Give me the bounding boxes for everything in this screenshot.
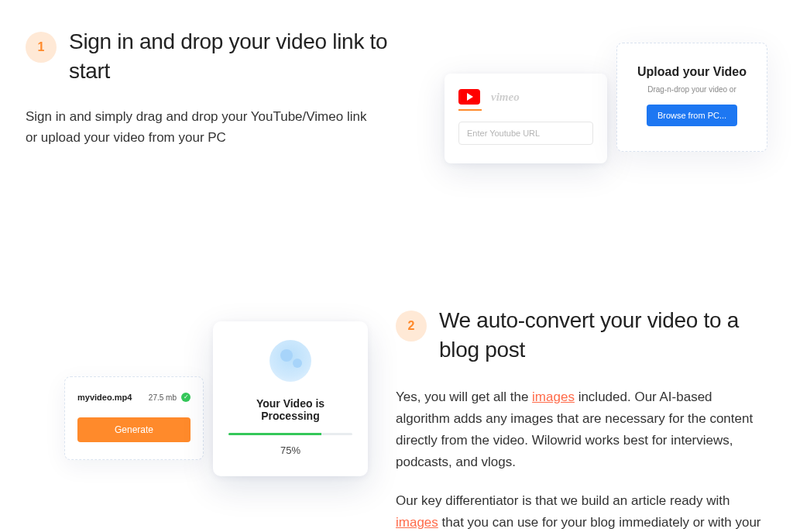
- step-1-number-badge: 1: [26, 32, 57, 63]
- step-2-title: We auto-convert your video to a blog pos…: [439, 306, 767, 365]
- upload-card-title: Upload your Video: [630, 65, 754, 79]
- video-url-card: vimeo: [445, 74, 607, 163]
- images-link-2[interactable]: images: [396, 515, 438, 530]
- text-span: Our key differentiator is that we build …: [396, 493, 730, 508]
- processing-card: Your Video is Processing 75%: [213, 321, 368, 476]
- step-1-section: 1 Sign in and drop your video link to st…: [26, 27, 767, 148]
- uploaded-file-card: myvideo.mp4 27.5 mb ✓ Generate: [64, 376, 204, 460]
- generate-button[interactable]: Generate: [77, 417, 191, 442]
- upload-success-icon: ✓: [181, 393, 191, 402]
- text-span: that you can use for your blog immediate…: [396, 515, 761, 532]
- step-1-cards: vimeo Upload your Video Drag-n-drop your…: [445, 43, 767, 163]
- file-name: myvideo.mp4: [77, 393, 132, 402]
- upload-video-card[interactable]: Upload your Video Drag-n-drop your video…: [616, 43, 767, 152]
- step-2-paragraph-1: Yes, you will get all the images include…: [396, 386, 767, 473]
- images-link-1[interactable]: images: [532, 390, 575, 404]
- browse-from-pc-button[interactable]: Browse from PC...: [647, 105, 737, 126]
- video-source-tabs: vimeo: [458, 89, 593, 105]
- file-info-row: myvideo.mp4 27.5 mb ✓: [77, 393, 191, 402]
- step-2-number-badge: 2: [396, 311, 427, 342]
- step-1-text: 1 Sign in and drop your video link to st…: [26, 27, 397, 148]
- step-1-header: 1 Sign in and drop your video link to st…: [26, 27, 397, 86]
- processing-title: Your Video is Processing: [228, 397, 352, 422]
- active-tab-underline: [458, 109, 482, 111]
- upload-card-subtitle: Drag-n-drop your video or: [630, 85, 754, 94]
- progress-bar-fill: [228, 433, 321, 435]
- processing-avatar-icon: [269, 340, 311, 382]
- step-2-text: 2 We auto-convert your video to a blog p…: [396, 306, 767, 532]
- vimeo-icon[interactable]: vimeo: [491, 91, 520, 104]
- youtube-url-input[interactable]: [458, 122, 593, 145]
- step-1-title: Sign in and drop your video link to star…: [69, 27, 397, 86]
- file-meta: 27.5 mb ✓: [149, 393, 191, 402]
- file-size: 27.5 mb: [149, 393, 177, 402]
- step-2-cards: myvideo.mp4 27.5 mb ✓ Generate Your Vide…: [64, 360, 368, 476]
- step-1-description: Sign in and simply drag and drop your Yo…: [26, 106, 382, 148]
- progress-percent: 75%: [228, 444, 352, 456]
- text-span: Yes, you will get all the: [396, 390, 532, 404]
- step-2-paragraph-2: Our key differentiator is that we build …: [396, 490, 767, 532]
- youtube-icon[interactable]: [458, 89, 480, 105]
- progress-bar: [228, 433, 352, 435]
- step-2-header: 2 We auto-convert your video to a blog p…: [396, 306, 767, 365]
